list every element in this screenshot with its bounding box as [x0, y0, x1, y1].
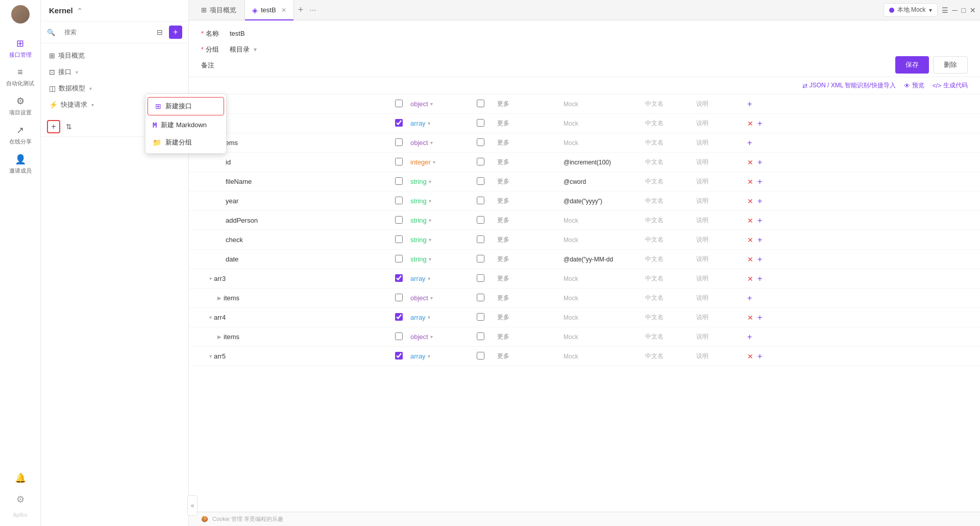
type-arrow-icon[interactable]: ▾	[428, 353, 430, 359]
delete-row-icon[interactable]: ✕	[747, 119, 753, 128]
type-arrow-icon[interactable]: ▾	[430, 295, 433, 301]
type-arrow-icon[interactable]: ▾	[430, 101, 433, 107]
minimize-button[interactable]: ─	[952, 6, 958, 14]
delete-row-icon[interactable]: ✕	[747, 236, 753, 244]
row-more[interactable]: 更多	[497, 119, 564, 128]
delete-row-icon[interactable]: ✕	[747, 275, 753, 283]
row-more[interactable]: 更多	[497, 274, 564, 283]
row-more[interactable]: 更多	[497, 255, 564, 264]
row-mock[interactable]: Mock	[564, 139, 645, 147]
mock-badge[interactable]: 本地 Mock ▾	[884, 3, 938, 17]
row-cn[interactable]: 中文名	[645, 274, 696, 283]
delete-row-icon[interactable]: ✕	[747, 255, 753, 264]
row-desc[interactable]: 说明	[696, 138, 747, 147]
avatar[interactable]	[11, 5, 30, 23]
row-desc[interactable]: 说明	[696, 274, 747, 283]
sidebar-item-invite[interactable]: 👤 邀请成员	[0, 150, 40, 179]
expand-chevron-icon[interactable]: ▾	[209, 315, 212, 320]
row-cn[interactable]: 中文名	[645, 255, 696, 264]
row-more[interactable]: 更多	[497, 294, 564, 302]
type-arrow-icon[interactable]: ▾	[433, 159, 435, 165]
add-row-icon[interactable]: +	[757, 352, 762, 361]
add-row-icon[interactable]: +	[747, 138, 752, 148]
row-more[interactable]: 更多	[497, 216, 564, 225]
row-cn[interactable]: 中文名	[645, 119, 696, 128]
add-row-icon[interactable]: +	[757, 313, 762, 322]
row-desc[interactable]: 说明	[696, 119, 747, 128]
add-row-icon[interactable]: +	[747, 100, 752, 109]
close-button[interactable]: ✕	[970, 6, 976, 14]
row-cn[interactable]: 中文名	[645, 235, 696, 244]
generate-code-link[interactable]: </> 生成代码	[933, 81, 968, 90]
row-cn[interactable]: 中文名	[645, 352, 696, 361]
dropdown-new-group[interactable]: 📁 新建分组	[145, 134, 226, 151]
dropdown-new-interface[interactable]: ⊞ 新建接口	[148, 97, 224, 115]
row-more[interactable]: 更多	[497, 138, 564, 147]
row-mock[interactable]: Mock	[564, 333, 645, 341]
delete-row-icon[interactable]: ✕	[747, 178, 753, 186]
row-mock[interactable]: Mock	[564, 217, 645, 224]
expand-chevron-icon[interactable]: ▾	[209, 353, 212, 359]
delete-row-icon[interactable]: ✕	[747, 197, 753, 205]
type-arrow-icon[interactable]: ▾	[430, 140, 433, 146]
dropdown-new-markdown[interactable]: M 新建 Markdown	[145, 116, 226, 134]
add-row-icon[interactable]: +	[757, 119, 762, 128]
collapse-sidebar-button[interactable]: «	[187, 495, 198, 516]
sidebar-item-project[interactable]: ⚙ 项目设置	[0, 91, 40, 121]
expand-chevron-icon[interactable]: ▶	[217, 295, 222, 301]
row-desc[interactable]: 说明	[696, 158, 747, 166]
row-more[interactable]: 更多	[497, 313, 564, 322]
row-mock[interactable]: Mock	[564, 275, 645, 282]
toolbar-sort-button[interactable]: ⇅	[62, 120, 76, 133]
maximize-button[interactable]: □	[962, 6, 966, 14]
row-more[interactable]: 更多	[497, 235, 564, 244]
add-row-icon[interactable]: +	[757, 177, 762, 186]
type-arrow-icon[interactable]: ▾	[429, 218, 431, 223]
tab-more-button[interactable]: ···	[309, 6, 316, 15]
row-mock[interactable]: Mock	[564, 101, 645, 108]
row-more[interactable]: 更多	[497, 158, 564, 166]
add-row-icon[interactable]: +	[757, 274, 762, 283]
add-row-icon[interactable]: +	[747, 332, 752, 342]
type-arrow-icon[interactable]: ▾	[429, 256, 431, 262]
sidebar-item-interface[interactable]: ⊞ 接口管理	[0, 34, 40, 63]
add-row-icon[interactable]: +	[757, 197, 762, 206]
sidebar-item-automation[interactable]: ≡ 自动化测试	[0, 63, 40, 91]
type-arrow-icon[interactable]: ▾	[430, 334, 433, 340]
delete-row-icon[interactable]: ✕	[747, 352, 753, 361]
tab-testB[interactable]: ◈ testB ✕	[244, 0, 294, 20]
expand-chevron-icon[interactable]: ▶	[217, 334, 222, 340]
row-mock[interactable]: Mock	[564, 236, 645, 244]
search-input[interactable]	[59, 26, 151, 38]
row-desc[interactable]: 说明	[696, 294, 747, 302]
toolbar-add-button[interactable]: +	[47, 120, 60, 133]
row-mock[interactable]: Mock	[564, 353, 645, 360]
group-select[interactable]: 根目录 ▾	[230, 45, 257, 54]
settings-icon[interactable]: ⚙	[13, 491, 28, 508]
row-desc[interactable]: 说明	[696, 332, 747, 341]
tab-overview[interactable]: ⊞ 项目概览	[193, 0, 244, 20]
name-input[interactable]	[230, 29, 332, 39]
add-row-icon[interactable]: +	[757, 255, 762, 264]
type-arrow-icon[interactable]: ▾	[429, 179, 431, 184]
add-row-icon[interactable]: +	[757, 158, 762, 167]
delete-button[interactable]: 删除	[933, 56, 968, 74]
row-more[interactable]: 更多	[497, 177, 564, 186]
delete-row-icon[interactable]: ✕	[747, 314, 753, 322]
nav-overview[interactable]: ⊞ 项目概览	[41, 47, 188, 64]
row-cn[interactable]: 中文名	[645, 100, 696, 108]
type-arrow-icon[interactable]: ▾	[428, 121, 430, 126]
row-mock[interactable]: @date("yyyy")	[564, 198, 645, 205]
type-arrow-icon[interactable]: ▾	[429, 198, 431, 204]
add-row-icon[interactable]: +	[757, 216, 762, 225]
row-more[interactable]: 更多	[497, 100, 564, 108]
row-cn[interactable]: 中文名	[645, 313, 696, 322]
row-desc[interactable]: 说明	[696, 255, 747, 264]
add-button[interactable]: +	[169, 26, 182, 39]
filter-button[interactable]: ⊟	[155, 26, 165, 38]
row-desc[interactable]: 说明	[696, 352, 747, 361]
row-mock[interactable]: @date("yy-MM-dd	[564, 256, 645, 263]
nav-interface[interactable]: ⊡ 接口 ▾	[41, 64, 188, 80]
row-cn[interactable]: 中文名	[645, 177, 696, 186]
type-arrow-icon[interactable]: ▾	[429, 237, 431, 243]
